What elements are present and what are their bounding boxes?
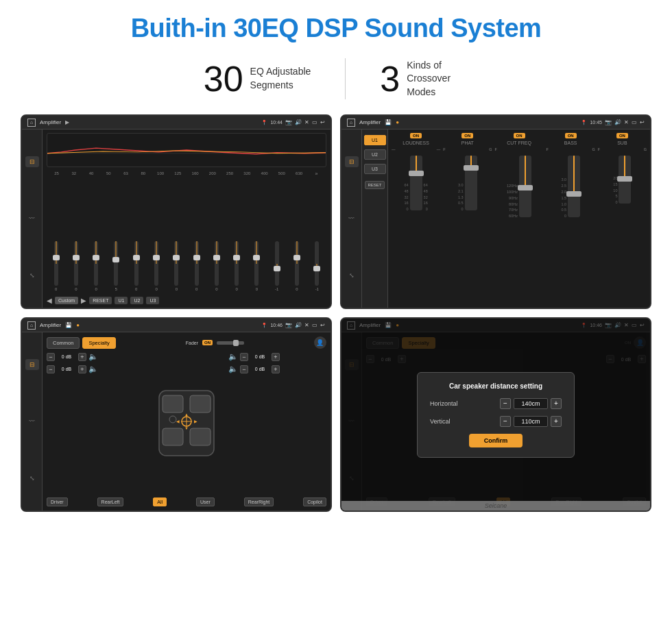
save-icon-bl: 💾	[65, 322, 72, 328]
sidebar-eq-icon-bl[interactable]: ⊟	[25, 359, 39, 370]
sub-fader[interactable]	[619, 156, 631, 204]
confirm-button[interactable]: Confirm	[469, 434, 523, 447]
sidebar-wave-icon-tr[interactable]: 〰	[345, 213, 359, 224]
loudness-fader[interactable]	[410, 156, 422, 210]
features-row: 30 EQ Adjustable Segments 3 Kinds of Cro…	[21, 58, 651, 99]
eq-slider-6: 0	[147, 241, 165, 291]
screen-bl: ⌂ Amplifier 💾 ● 📍 10:46 📷 🔊 ✕ ▭ ↩	[22, 319, 331, 511]
eq-slider-4: 5	[107, 241, 125, 291]
preset-u3-tr[interactable]: U3	[364, 164, 386, 174]
reset-btn-tr[interactable]: RESET	[365, 181, 384, 189]
eq-slider-12: -1	[267, 241, 286, 291]
rearright-btn-bl[interactable]: RearRight	[244, 497, 274, 506]
phat-toggle[interactable]: ON	[461, 133, 473, 138]
speaker-tabs-bl: Common Specialty	[47, 337, 116, 349]
db-minus-bl[interactable]: −	[47, 365, 55, 373]
speaker-left-controls: − 0 dB + 🔈 − 0 dB + 🔈	[47, 352, 145, 494]
copilot-btn-bl[interactable]: Copilot	[303, 497, 326, 506]
sidebar-wave-icon[interactable]: 〰	[25, 213, 39, 224]
driver-btn-bl[interactable]: Driver	[47, 497, 68, 506]
back-icon-tr[interactable]: ↩	[640, 119, 645, 125]
vol-icon-tr[interactable]: 🔊	[614, 119, 621, 125]
tab-common-bl[interactable]: Common	[47, 337, 80, 349]
screens-grid: ⌂ Amplifier ▶ 📍 10:44 📷 🔊 ✕ ▭ ↩	[21, 114, 651, 512]
u3-btn-tl[interactable]: U3	[146, 297, 159, 304]
loudness-toggle[interactable]: ON	[410, 133, 422, 138]
prev-arrow[interactable]: ◀	[47, 297, 52, 304]
dialog-horizontal-row: Horizontal − 140cm +	[430, 398, 562, 409]
tab-specialty-bl[interactable]: Specialty	[82, 337, 115, 349]
dot-icon-bl: ●	[76, 322, 80, 328]
db-val-tl: 0 dB	[57, 354, 76, 359]
horizontal-minus-btn[interactable]: −	[500, 398, 511, 409]
sidebar-expand-icon-tr[interactable]: ⤡	[345, 270, 359, 281]
home-icon-tr[interactable]: ⌂	[347, 119, 355, 127]
window-icon-tr[interactable]: ▭	[632, 119, 637, 125]
sub-toggle[interactable]: ON	[616, 133, 628, 138]
close-icon-bl[interactable]: ✕	[304, 322, 309, 328]
preset-u2-tr[interactable]: U2	[364, 149, 386, 160]
speaker-right-controls: 🔈 − 0 dB + 🔈 − 0 dB +	[228, 352, 326, 494]
preset-u1-tr[interactable]: U1	[364, 135, 386, 145]
cam-icon-tr: 📷	[605, 119, 612, 125]
db-plus-bl[interactable]: +	[78, 365, 86, 373]
cutfreq-toggle[interactable]: ON	[514, 133, 525, 138]
sidebar-expand-icon[interactable]: ⤡	[25, 270, 39, 281]
screen-tl-title: Amplifier	[40, 119, 61, 125]
dot-icon-tr: ●	[396, 119, 399, 125]
sidebar-eq-icon-tr[interactable]: ⊟	[345, 156, 359, 167]
back-icon-bl[interactable]: ↩	[320, 322, 325, 328]
svg-text:▲: ▲	[184, 413, 189, 417]
dialog-overlay: Car speaker distance setting Horizontal …	[341, 319, 650, 511]
db-minus-br[interactable]: −	[240, 365, 248, 373]
all-btn-bl[interactable]: All	[153, 497, 167, 506]
cutfreq-fader[interactable]	[519, 156, 531, 217]
window-icon-tl[interactable]: ▭	[312, 119, 317, 125]
u1-btn-tl[interactable]: U1	[115, 297, 128, 304]
vol-icon-bl[interactable]: 🔊	[295, 322, 302, 328]
reset-btn-tl[interactable]: RESET	[89, 297, 112, 304]
home-icon-bl[interactable]: ⌂	[27, 321, 36, 330]
rearleft-btn-bl[interactable]: RearLeft	[97, 497, 124, 506]
svg-text:◀: ◀	[176, 419, 180, 423]
eq-main: 25 32 40 50 63 80 100 125 160 200 250 32…	[43, 130, 331, 308]
feature1: 30 EQ Adjustable Segments	[169, 61, 346, 97]
page-container: Buith-in 30EQ DSP Sound System 30 EQ Adj…	[0, 0, 672, 627]
eq-slider-2: 0	[67, 241, 85, 291]
db-minus-tl[interactable]: −	[47, 353, 55, 361]
phat-fader[interactable]	[465, 156, 477, 210]
fader-toggle-bl[interactable]: ON	[202, 340, 213, 345]
db-plus-tl[interactable]: +	[78, 353, 86, 361]
db-plus-br[interactable]: +	[272, 365, 280, 373]
sidebar-expand-icon-bl[interactable]: ⤡	[25, 473, 39, 484]
vertical-plus-btn[interactable]: +	[551, 416, 562, 427]
close-icon-tr[interactable]: ✕	[624, 119, 629, 125]
fader-slider-bl[interactable]	[217, 341, 244, 345]
screen-tl: ⌂ Amplifier ▶ 📍 10:44 📷 🔊 ✕ ▭ ↩	[22, 116, 331, 308]
channel-loudness: ON LOUDNESS —— 644832160	[392, 133, 440, 304]
db-minus-tr[interactable]: −	[240, 353, 248, 361]
db-val-bl: 0 dB	[57, 367, 76, 371]
bass-toggle[interactable]: ON	[565, 133, 577, 138]
db-plus-tr[interactable]: +	[272, 353, 280, 361]
svg-rect-3	[190, 395, 211, 413]
next-arrow[interactable]: ▶	[81, 297, 86, 304]
eq-slider-13: 0	[287, 241, 306, 291]
play-icon-tl[interactable]: ▶	[65, 119, 69, 125]
close-icon-tl[interactable]: ✕	[304, 119, 309, 125]
svg-text:▶: ▶	[194, 419, 197, 423]
user-btn-bl[interactable]: User	[196, 497, 215, 506]
screen-tl-time: 10:44	[270, 120, 283, 125]
channel-cutfreq: ON CUT FREQ F 120Hz100Hz90Hz80Hz70Hz60Hz	[494, 133, 543, 304]
eq-slider-10: 0	[228, 241, 246, 291]
vol-icon-tl[interactable]: 🔊	[295, 119, 302, 125]
sidebar-eq-icon[interactable]: ⊟	[25, 156, 39, 167]
horizontal-plus-btn[interactable]: +	[551, 398, 562, 409]
bass-fader[interactable]	[568, 156, 580, 217]
vertical-minus-btn[interactable]: −	[500, 416, 511, 427]
u2-btn-tl[interactable]: U2	[130, 297, 143, 304]
back-icon-tl[interactable]: ↩	[320, 119, 325, 125]
window-icon-bl[interactable]: ▭	[312, 322, 317, 328]
home-icon-tl[interactable]: ⌂	[27, 119, 36, 127]
sidebar-wave-icon-bl[interactable]: 〰	[25, 416, 39, 427]
